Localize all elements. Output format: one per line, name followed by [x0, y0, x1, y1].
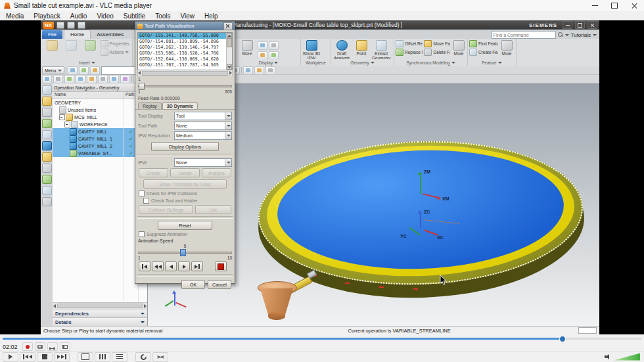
- menu-button[interactable]: Menu: [42, 66, 64, 74]
- toolbar-icon[interactable]: [68, 66, 78, 75]
- offset-region-button[interactable]: Offset Region: [396, 40, 423, 47]
- create-geometry-button[interactable]: [62, 40, 80, 51]
- toolbar-icon[interactable]: [109, 75, 119, 83]
- redo-icon[interactable]: [78, 22, 85, 29]
- check-ipw-collisions-checkbox[interactable]: [139, 191, 145, 196]
- draft-analysis-button[interactable]: Draft Analysis: [333, 40, 351, 59]
- seek-handle[interactable]: [559, 336, 566, 342]
- create-tool-button[interactable]: [43, 40, 61, 51]
- chevron-down-icon[interactable]: [593, 34, 597, 36]
- actions-button[interactable]: Actions: [101, 49, 131, 56]
- goto-list[interactable]: GOTO/-155.341,-140.758,-55.000 GOTO/-154…: [137, 32, 233, 70]
- playlist-button[interactable]: [112, 352, 127, 362]
- collapse-icon[interactable]: [64, 122, 70, 127]
- tree-row-cavity-mill-2[interactable]: CAVITY_MILL_2✓B: [53, 143, 147, 150]
- check-tool-holder-checkbox[interactable]: [143, 198, 149, 204]
- list-horizontal-scrollbar[interactable]: [137, 70, 233, 76]
- animation-speed-slider[interactable]: [138, 249, 232, 255]
- create-feature-process-button[interactable]: Create Feature Process: [469, 49, 498, 56]
- menu-audio[interactable]: Audio: [70, 12, 87, 20]
- toolbar-icon[interactable]: [243, 66, 253, 75]
- tab-file[interactable]: File: [42, 30, 62, 39]
- speaker-icon[interactable]: [605, 353, 611, 360]
- toolbar-icon[interactable]: [87, 75, 97, 83]
- goto-line[interactable]: GOTO/-154.262,-139.146,-54.797: [138, 45, 232, 51]
- ipw-analyze-button[interactable]: Analyze: [202, 168, 231, 177]
- video-area[interactable]: NX NX 11 - Manufacturing - [MOKO-Small C…: [0, 20, 644, 334]
- loop-button[interactable]: [135, 352, 151, 362]
- nx-close-button[interactable]: [587, 21, 597, 29]
- menu-playback[interactable]: Playback: [34, 12, 60, 20]
- list-scrollbar[interactable]: [226, 33, 232, 70]
- previous-button[interactable]: [20, 352, 35, 362]
- toolbar-icon[interactable]: [76, 75, 85, 83]
- toolbar-icon[interactable]: [64, 75, 74, 83]
- constraint-navigator-icon[interactable]: [42, 97, 52, 106]
- toolbar-icon[interactable]: [269, 41, 279, 50]
- ipw-resolution-combo[interactable]: Medium: [174, 131, 232, 140]
- menu-media[interactable]: Media: [6, 12, 24, 20]
- minimize-button[interactable]: [585, 0, 605, 11]
- tree-row-unused-items[interactable]: Unused Items: [53, 106, 147, 114]
- tutorials-menu[interactable]: Tutorials: [571, 32, 591, 38]
- tool-path-combo[interactable]: None: [174, 122, 232, 130]
- random-button[interactable]: [152, 352, 168, 362]
- toolbar-icon[interactable]: [120, 75, 130, 83]
- toolbar-icon[interactable]: [42, 75, 52, 83]
- fullscreen-button[interactable]: [78, 352, 93, 362]
- scroll-right-icon[interactable]: [144, 304, 147, 308]
- extended-settings-button[interactable]: [95, 352, 110, 362]
- step-backward-button[interactable]: [152, 261, 164, 271]
- group-label-workpiece[interactable]: Workpiece: [301, 59, 331, 66]
- tree-row-geometry[interactable]: GEOMETRY: [53, 99, 147, 106]
- ab-loop-button[interactable]: [47, 342, 58, 351]
- properties-button[interactable]: Properties: [101, 40, 131, 47]
- cancel-button[interactable]: Cancel: [208, 280, 231, 289]
- reset-button[interactable]: Reset: [158, 221, 212, 230]
- tree-row-cavity-mill-1[interactable]: CAVITY_MILL_1✓B: [53, 135, 147, 143]
- play-forward-button[interactable]: [178, 261, 190, 271]
- menu-subtitle[interactable]: Subtitle: [124, 12, 145, 20]
- list-button[interactable]: List: [195, 205, 231, 214]
- ipw-create-button[interactable]: Create: [139, 168, 168, 177]
- motion-slider[interactable]: [138, 83, 232, 89]
- hd3d-tools-icon[interactable]: [42, 130, 52, 139]
- tab-home[interactable]: Home: [64, 30, 91, 39]
- tree-row-variable-streamline[interactable]: VARIABLE_ST...✓B: [53, 150, 147, 157]
- suppress-animation-checkbox[interactable]: [139, 231, 145, 237]
- nx-minimize-button[interactable]: [563, 21, 572, 29]
- ok-button[interactable]: OK: [181, 280, 205, 289]
- navigator-horizontal-scrollbar[interactable]: [53, 302, 147, 309]
- replace-face-button[interactable]: Replace Face: [396, 49, 423, 56]
- maximize-button[interactable]: [605, 0, 624, 11]
- play-to-start-button[interactable]: [139, 261, 150, 271]
- details-section[interactable]: Details: [53, 317, 147, 326]
- goto-line[interactable]: GOTO/-151.707,-137.787,-54.565: [138, 62, 232, 68]
- process-studio-icon[interactable]: [42, 164, 52, 173]
- play-backward-button[interactable]: [165, 261, 177, 271]
- show-3d-ipw-button[interactable]: Show 3D IPW: [302, 40, 321, 59]
- toolbar-icon[interactable]: [258, 51, 267, 59]
- frame-by-frame-button[interactable]: [60, 342, 70, 351]
- delete-face-button[interactable]: Delete Face: [424, 49, 450, 56]
- display-options-button[interactable]: Display Options: [151, 142, 219, 151]
- toolbar-icon[interactable]: [90, 66, 100, 75]
- group-label-geometry[interactable]: Geometry: [331, 59, 394, 66]
- more-button-display[interactable]: More: [238, 40, 256, 56]
- move-face-button[interactable]: Move Face: [424, 40, 450, 47]
- extract-geometry-button[interactable]: Extract Geometry: [372, 40, 390, 59]
- tab-3d-dynamic[interactable]: 3D Dynamic: [162, 102, 198, 109]
- close-button[interactable]: [624, 0, 644, 11]
- tool-display-combo[interactable]: Tool: [174, 112, 232, 120]
- tree-row-workpiece[interactable]: WORKPIECE: [53, 121, 147, 128]
- part-navigator-icon[interactable]: [42, 108, 52, 117]
- toolbar-icon[interactable]: [258, 41, 267, 50]
- nx-restore-button[interactable]: [575, 21, 585, 29]
- collision-settings-button[interactable]: Collision Settings: [139, 205, 193, 214]
- volume-slider[interactable]: [614, 353, 640, 361]
- toolbar-icon[interactable]: [265, 66, 275, 75]
- collapse-icon[interactable]: [59, 114, 65, 120]
- snapshot-button[interactable]: [35, 342, 45, 351]
- column-name[interactable]: Name: [53, 92, 124, 99]
- group-label-display[interactable]: Display: [237, 59, 300, 66]
